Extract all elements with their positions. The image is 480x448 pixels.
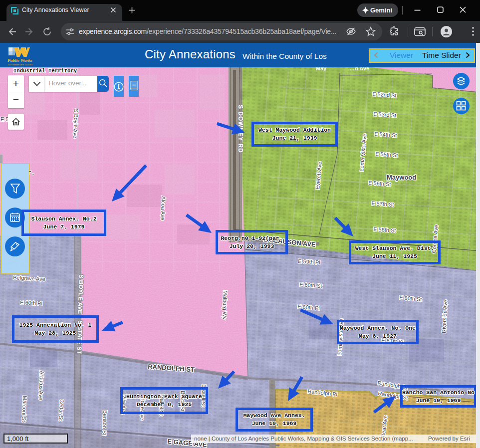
svg-text:Industrial Territory: Industrial Territory [13,68,77,74]
svg-text:Arbutus Ave: Arbutus Ave [38,371,45,401]
svg-text:Maywood: Maywood [387,174,416,181]
svg-text:Malburg Wy: Malburg Wy [222,290,229,320]
svg-text:…d Ave: …d Ave [349,67,369,71]
svg-text:Benson St: Benson St [101,410,108,436]
svg-text:Marconi St: Marconi St [21,396,28,422]
svg-text:Cedar St: Cedar St [58,399,65,421]
svg-text:Alcoa Ave: Alcoa Ave [160,196,167,221]
svg-text:E 60th Pl: E 60th Pl [20,299,42,306]
svg-text:S BOYLE AVE: S BOYLE AVE [76,274,85,314]
svg-text:LOS ANGELES COUNTY: LOS ANGELES COUNTY [8,63,32,66]
svg-text:S Boyle Ave: S Boyle Ave [72,109,79,139]
svg-text:May: May [316,67,327,71]
svg-text:Public Works: Public Works [7,58,32,63]
